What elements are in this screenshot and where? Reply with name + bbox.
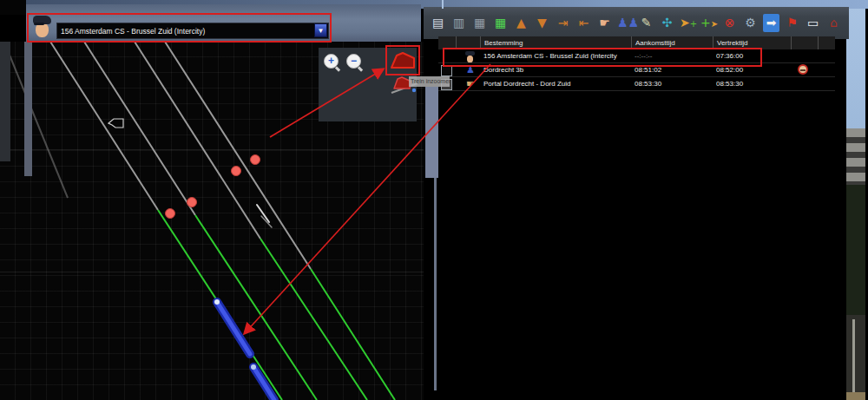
passengers-icon[interactable]: ♟♟ xyxy=(617,14,634,32)
cell-vertrektijd: 07:36:00 xyxy=(716,49,791,63)
light-pole xyxy=(852,319,855,400)
dropdown-arrow-button[interactable]: ▼ xyxy=(314,23,327,37)
grid-major-line xyxy=(0,272,424,272)
cancel-route-icon[interactable]: ⊗ xyxy=(721,14,738,32)
header-extra-1 xyxy=(791,36,818,49)
cell-aankomsttijd: 08:51:02 xyxy=(635,63,713,77)
pointing-hand-icon: ☛ xyxy=(464,77,477,91)
cell-bestemming: 156 Amsterdam CS - Brussel Zuid (Interci… xyxy=(483,49,631,63)
move-down-icon[interactable]: ▼ xyxy=(534,14,550,32)
window-gap xyxy=(425,87,438,178)
grid-major-line xyxy=(0,149,424,150)
whistle-icon xyxy=(798,64,808,75)
grid-active-icon[interactable]: ▦ xyxy=(492,14,509,32)
properties-icon[interactable]: ⚙ xyxy=(742,14,759,32)
table-row[interactable]: 156 Amsterdam CS - Brussel Zuid (Interci… xyxy=(438,49,835,63)
grid-icon[interactable]: ▦ xyxy=(471,14,488,32)
zoom-out-button[interactable]: − xyxy=(346,54,361,69)
header-aankomsttijd[interactable]: Aankomsttijd xyxy=(631,36,713,49)
sky xyxy=(846,7,865,128)
save-icon[interactable]: ▤ xyxy=(430,14,446,32)
table-row[interactable]: ♟ Dordrecht 3b 08:51:02 08:52:00 xyxy=(438,63,835,77)
header-icon-col xyxy=(456,36,480,49)
add-route-icon[interactable]: ➤+ xyxy=(680,14,696,32)
schedule-table: Bestemming Aankomsttijd Vertrektijd 156 … xyxy=(438,36,835,400)
train-shape-icon[interactable] xyxy=(390,50,418,71)
tooltip: Trein inzoomen xyxy=(409,76,450,87)
train-selector-dropdown[interactable]: 156 Amsterdam CS - Brussel Zuid (Interci… xyxy=(56,23,329,39)
header-extra-2 xyxy=(818,36,835,49)
depot-icon[interactable]: ⌂ xyxy=(825,14,842,32)
toolbar: ▤▥▦▦▲▼⇥⇤☛♟♟✎✣➤++➤⊗⚙➡⚑▭⌂ xyxy=(424,7,849,39)
title-bar-divider xyxy=(442,0,444,9)
tree xyxy=(846,185,865,315)
table-header: Bestemming Aankomsttijd Vertrektijd xyxy=(438,36,835,49)
hand-icon[interactable]: ☛ xyxy=(596,14,613,32)
edit-icon[interactable]: ✎ xyxy=(638,14,654,32)
add-stop-icon-overlay: ➤ xyxy=(711,19,718,29)
enter-icon[interactable]: ➡ xyxy=(763,14,779,32)
conductor-icon xyxy=(33,15,52,39)
conductor-icon xyxy=(465,51,475,62)
shift-right-icon[interactable]: ⇥ xyxy=(555,14,571,32)
cell-vertrektijd: 08:52:00 xyxy=(716,63,791,77)
table-row[interactable]: ☛ Portal Dordrecht - Dord Zuid 08:53:30 … xyxy=(438,77,835,91)
header-bestemming[interactable]: Bestemming xyxy=(480,36,631,49)
cell-aankomsttijd: --:--:-- xyxy=(635,49,713,63)
flag-icon[interactable]: ⚑ xyxy=(784,14,800,32)
train-front-icon[interactable]: ▭ xyxy=(805,14,821,32)
zoom-in-button[interactable]: + xyxy=(324,54,339,69)
add-route-icon-overlay: + xyxy=(690,19,697,29)
cell-vertrektijd: 08:53:30 xyxy=(716,77,791,91)
window-gap-line xyxy=(434,178,437,390)
corner xyxy=(0,0,26,15)
center-view-icon[interactable]: ✣ xyxy=(659,14,675,32)
window-edge xyxy=(0,42,10,161)
cell-bestemming: Dordrecht 3b xyxy=(483,63,631,77)
move-up-icon[interactable]: ▲ xyxy=(513,14,529,32)
window-edge xyxy=(24,42,32,176)
cell-aankomsttijd: 08:53:30 xyxy=(635,77,713,91)
header-vertrektijd[interactable]: Vertrektijd xyxy=(713,36,791,49)
ground xyxy=(846,392,865,400)
passenger-icon: ♟ xyxy=(464,63,477,77)
row-checkbox[interactable] xyxy=(441,65,452,76)
train-selector-bar: 156 Amsterdam CS - Brussel Zuid (Interci… xyxy=(26,4,421,42)
delete-icon[interactable]: ▥ xyxy=(450,14,467,32)
background-scene xyxy=(835,7,868,400)
cell-bestemming: Portal Dordrecht - Dord Zuid xyxy=(483,77,631,91)
simulator-window: + − Trein inzoomen 156 Amsterdam CS - Br… xyxy=(0,0,868,400)
add-stop-icon[interactable]: +➤ xyxy=(700,14,717,32)
shift-left-icon[interactable]: ⇤ xyxy=(575,14,592,32)
street xyxy=(846,315,865,400)
